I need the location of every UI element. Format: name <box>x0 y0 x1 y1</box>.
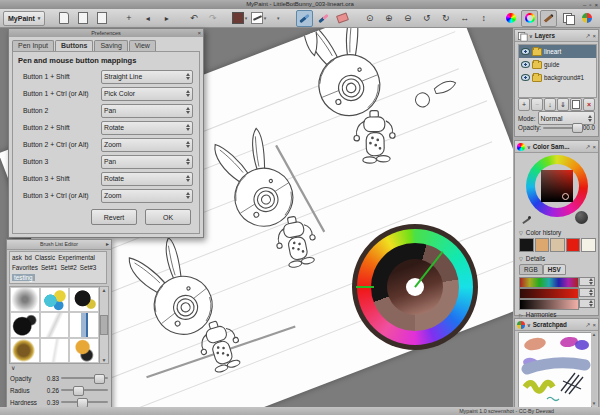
brush-editor-title-bar[interactable]: Brush List Editor ▸ <box>7 240 111 250</box>
dialog-title-bar[interactable]: Preferences × <box>9 29 203 37</box>
expander-icon[interactable]: ∨ <box>11 364 15 371</box>
minimize-button[interactable]: – <box>583 2 586 8</box>
mapping-combo[interactable]: Pick Color <box>101 87 193 101</box>
brush-thumbnail[interactable] <box>69 287 99 312</box>
close-panel-icon[interactable]: × <box>592 33 596 39</box>
scratchpad-canvas[interactable] <box>518 332 592 408</box>
close-panel-icon[interactable]: × <box>592 322 596 328</box>
ok-button[interactable]: OK <box>145 209 191 225</box>
close-panel-icon[interactable]: × <box>592 144 596 150</box>
scratchpad-scrollbar[interactable]: ▲▼ <box>591 332 597 406</box>
secondary-color-swatch[interactable] <box>575 211 588 224</box>
color-swatch-dropdown[interactable]: ▾ <box>231 10 248 27</box>
brush-group[interactable]: Set#2 <box>60 264 76 271</box>
maximize-button[interactable]: ▫ <box>589 2 591 8</box>
detach-panel-icon[interactable]: ↗ <box>585 143 590 150</box>
value-gradient-slider[interactable] <box>519 299 579 310</box>
brush-thumbnail[interactable] <box>40 312 70 337</box>
layer-row-background[interactable]: background#1 <box>519 71 596 84</box>
brush-thumbnail[interactable] <box>69 338 99 363</box>
rotate-left-button[interactable]: ↺ <box>418 10 435 27</box>
rotate-right-button[interactable]: ↻ <box>437 10 454 27</box>
mirror-vertical-button[interactable]: ↕ <box>475 10 492 27</box>
hue-gradient-slider[interactable] <box>519 277 579 288</box>
new-file-button[interactable] <box>55 10 72 27</box>
next-button[interactable]: ▸ <box>158 10 175 27</box>
hue-spinbox[interactable] <box>579 277 595 286</box>
visibility-eye-icon[interactable] <box>521 74 530 81</box>
revert-button[interactable]: Revert <box>91 209 137 225</box>
mapping-combo[interactable]: Rotate <box>101 172 193 186</box>
scroll-up-icon[interactable]: ▲ <box>102 287 107 293</box>
scrollbar-thumb[interactable] <box>100 315 108 335</box>
history-swatch[interactable] <box>519 238 534 252</box>
detach-panel-icon[interactable]: ↗ <box>585 32 590 39</box>
brush-group[interactable]: Set#3 <box>80 264 96 271</box>
layers-panel-header[interactable]: ∨ Layers ↗ × <box>515 30 598 42</box>
details-label[interactable]: ▽ Details <box>519 255 545 262</box>
zoom-out-button[interactable]: ⊖ <box>399 10 416 27</box>
layer-row-lineart[interactable]: lineart <box>519 45 596 58</box>
freehand-tool-button[interactable] <box>296 10 313 27</box>
close-button[interactable]: × <box>594 2 598 8</box>
add-layer-button[interactable]: + <box>518 98 530 111</box>
brush-preview-dropdown[interactable]: ▾ <box>250 10 267 27</box>
palette-toggle-button[interactable] <box>578 10 595 27</box>
saturation-spinbox[interactable] <box>579 288 595 297</box>
chevron-down-icon[interactable]: ∨ <box>527 322 531 328</box>
history-swatch[interactable] <box>581 238 596 252</box>
brush-thumbnail[interactable] <box>10 338 40 363</box>
hardness-slider[interactable] <box>61 401 108 403</box>
saturation-gradient-slider[interactable] <box>519 288 579 299</box>
brush-panel-toggle-button[interactable] <box>540 10 557 27</box>
harmonies-label[interactable]: ▷ Harmonies <box>519 311 556 318</box>
title-bar[interactable]: MyPaint - LittleBotBunny_003-lineart.ora <box>0 0 600 9</box>
redo-button[interactable]: ↷ <box>204 10 221 27</box>
brush-group-list[interactable]: askbdClassicExperimental FavoritesSet#1S… <box>9 251 107 284</box>
color-changer-popup[interactable] <box>352 224 478 350</box>
tab-view[interactable]: View <box>129 40 156 51</box>
open-file-button[interactable] <box>74 10 91 27</box>
brush-group-active[interactable]: testing <box>12 274 35 281</box>
layers-panel-toggle-button[interactable] <box>559 10 576 27</box>
tab-rgb[interactable]: RGB <box>519 264 543 275</box>
mapping-combo[interactable]: Straight Line <box>101 70 193 84</box>
brush-group[interactable]: ask <box>12 254 22 261</box>
lines-tool-button[interactable] <box>315 10 332 27</box>
remove-layer-button[interactable]: − <box>531 98 543 111</box>
brush-group[interactable]: Classic <box>35 254 55 261</box>
add-button[interactable]: + <box>120 10 137 27</box>
merge-layer-button[interactable]: ⇓ <box>557 98 569 111</box>
layer-row-guide[interactable]: guide <box>519 58 596 71</box>
value-spinbox[interactable] <box>579 299 595 308</box>
zoom-in-button[interactable]: ⊕ <box>380 10 397 27</box>
mapping-combo[interactable]: Zoom <box>101 189 193 203</box>
scratchpad-header[interactable]: ∨ Scratchpad ↗ × <box>515 319 598 331</box>
scroll-down-icon[interactable]: ▼ <box>102 357 107 363</box>
chevron-down-icon[interactable]: ∨ <box>529 33 533 39</box>
prev-button[interactable]: ◂ <box>139 10 156 27</box>
opacity-slider[interactable] <box>61 377 108 379</box>
mapping-combo[interactable]: Rotate <box>101 121 193 135</box>
color-history-label[interactable]: ▽ Color history <box>519 229 561 236</box>
radius-slider[interactable] <box>61 389 108 391</box>
brush-thumbnail[interactable] <box>69 312 99 337</box>
layer-opacity-slider[interactable] <box>543 127 577 129</box>
brush-thumbnail[interactable] <box>10 312 40 337</box>
brush-group[interactable]: Favorites <box>12 264 38 271</box>
brush-thumbnail[interactable] <box>40 338 70 363</box>
chevron-down-icon[interactable]: ∨ <box>527 144 531 150</box>
eraser-tool-button[interactable] <box>334 10 351 27</box>
zoom-tool-button[interactable]: ⊙ <box>361 10 378 27</box>
brush-group[interactable]: Set#1 <box>41 264 57 271</box>
detach-panel-icon[interactable]: ↗ <box>585 321 590 328</box>
dialog-close-icon[interactable]: × <box>197 29 201 37</box>
color-panel-header[interactable]: ∨ Color Sam... ↗ × <box>515 141 598 153</box>
brush-thumbnail[interactable] <box>40 287 70 312</box>
layer-mode-combo[interactable]: Normal <box>538 111 595 125</box>
history-swatch[interactable] <box>550 238 565 252</box>
tab-hsv[interactable]: HSV <box>543 264 566 275</box>
extra-dropdown[interactable]: ▾ <box>269 10 286 27</box>
panel-expand-icon[interactable]: ▸ <box>106 240 109 249</box>
mapping-combo[interactable]: Pan <box>101 155 193 169</box>
